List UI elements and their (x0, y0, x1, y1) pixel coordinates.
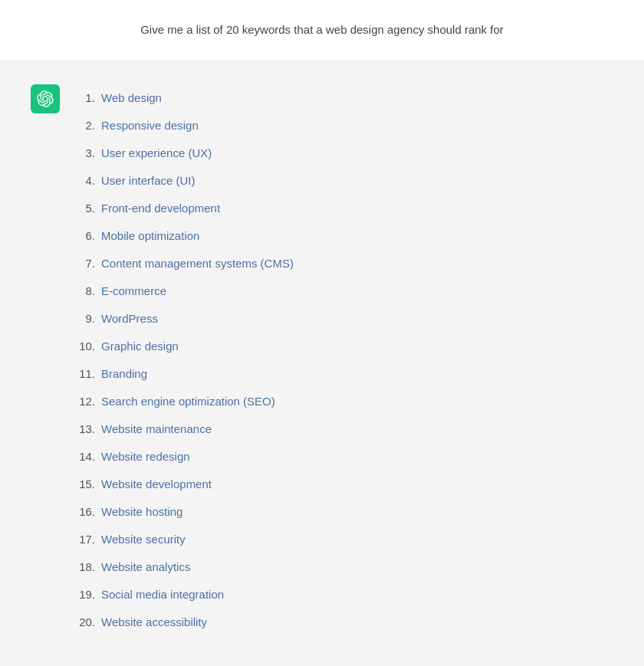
item-text: Front-end development (101, 199, 220, 218)
item-text: Website analytics (101, 558, 190, 576)
list-item: 13.Website maintenance (74, 415, 613, 443)
item-number: 10. (74, 337, 101, 356)
list-item: 4.User interface (UI) (74, 167, 613, 195)
item-text: User experience (UX) (101, 144, 212, 162)
list-item: 11.Branding (74, 360, 613, 388)
item-number: 13. (74, 420, 101, 438)
list-item: 2.Responsive design (74, 112, 613, 139)
item-number: 4. (74, 172, 101, 190)
list-item: 17.Website security (74, 526, 613, 553)
item-text: Website redesign (101, 448, 190, 466)
item-text: Website hosting (101, 503, 182, 521)
list-item: 3.User experience (UX) (74, 139, 613, 167)
item-text: Website security (101, 530, 186, 549)
list-item: 14.Website redesign (74, 443, 613, 471)
list-item: 16.Website hosting (74, 498, 613, 526)
item-text: Responsive design (101, 116, 199, 135)
list-item: 12.Search engine optimization (SEO) (74, 388, 613, 415)
list-item: 19.Social media integration (74, 581, 613, 609)
item-number: 15. (74, 475, 101, 494)
list-item: 18.Website analytics (74, 553, 613, 581)
item-number: 12. (74, 392, 101, 411)
list-item: 8.E-commerce (74, 277, 613, 305)
response-section: 1.Web design2.Responsive design3.User ex… (0, 61, 644, 667)
list-item: 9.WordPress (74, 305, 613, 333)
list-item: 5.Front-end development (74, 195, 613, 222)
item-number: 9. (74, 310, 101, 328)
item-text: Web design (101, 89, 162, 107)
item-number: 3. (74, 144, 101, 162)
chatgpt-avatar (31, 84, 60, 113)
item-text: WordPress (101, 310, 158, 328)
item-number: 11. (74, 365, 101, 383)
item-number: 1. (74, 89, 101, 107)
item-number: 16. (74, 503, 101, 521)
list-item: 15.Website development (74, 471, 613, 498)
item-number: 17. (74, 530, 101, 549)
item-number: 6. (74, 227, 101, 245)
item-text: User interface (UI) (101, 172, 196, 190)
item-text: Social media integration (101, 586, 224, 604)
item-text: Content management systems (CMS) (101, 254, 294, 273)
item-text: Website development (101, 475, 212, 494)
item-text: E-commerce (101, 282, 166, 300)
item-text: Website maintenance (101, 420, 212, 438)
list-item: 20.Website accessibility (74, 609, 613, 636)
list-item: 10.Graphic design (74, 333, 613, 360)
item-number: 8. (74, 282, 101, 300)
item-number: 18. (74, 558, 101, 576)
item-number: 20. (74, 613, 101, 632)
item-number: 7. (74, 254, 101, 273)
item-text: Graphic design (101, 337, 179, 356)
item-text: Website accessibility (101, 613, 207, 632)
item-text: Search engine optimization (SEO) (101, 392, 275, 411)
item-text: Branding (101, 365, 147, 383)
item-number: 19. (74, 586, 101, 604)
item-number: 14. (74, 448, 101, 466)
item-text: Mobile optimization (101, 227, 199, 245)
list-item: 7.Content management systems (CMS) (74, 250, 613, 277)
item-number: 2. (74, 116, 101, 135)
user-query-section: Give me a list of 20 keywords that a web… (0, 0, 644, 61)
user-query-text: Give me a list of 20 keywords that a web… (140, 21, 504, 39)
list-item: 1.Web design (74, 84, 613, 112)
keyword-list: 1.Web design2.Responsive design3.User ex… (74, 84, 613, 636)
item-number: 5. (74, 199, 101, 218)
list-item: 6.Mobile optimization (74, 222, 613, 250)
